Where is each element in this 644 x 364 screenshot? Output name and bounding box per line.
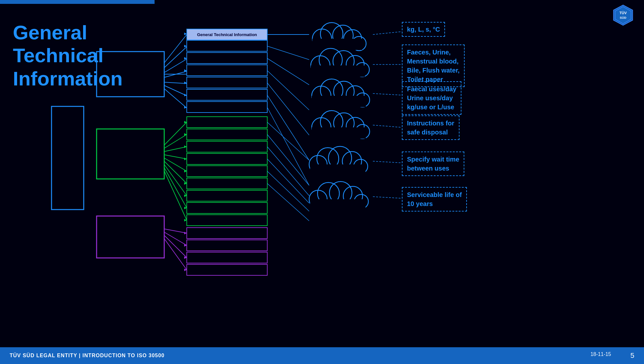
svg-point-96 [312,86,331,105]
svg-marker-0 [613,5,633,25]
svg-point-99 [346,86,364,104]
svg-rect-27 [187,153,267,164]
svg-rect-44 [187,252,267,263]
svg-line-77 [267,122,309,160]
svg-marker-61 [184,170,187,172]
svg-rect-113 [310,164,365,177]
svg-rect-26 [187,141,267,152]
svg-point-105 [346,117,364,135]
svg-point-111 [342,152,362,171]
info-box-3: Faecal uses/dayUrine uses/daykg/use or L… [402,81,461,115]
top-accent-bar [0,0,155,4]
svg-line-124 [373,161,402,163]
svg-marker-67 [184,244,187,247]
footer-date: 18-11-15 [591,351,611,360]
svg-line-76 [267,107,309,185]
svg-text:TÜV: TÜV [620,11,627,15]
svg-marker-58 [184,133,187,136]
svg-point-103 [320,111,343,133]
svg-point-94 [355,63,369,77]
page-title: General Technical Information [13,21,135,90]
svg-rect-24 [187,117,267,128]
svg-text:SÜD: SÜD [620,16,626,19]
svg-rect-5 [52,106,84,210]
svg-marker-56 [184,106,187,109]
footer-legal-text: TÜV SÜD LEGAL ENTITY | INTRODUCTION TO I… [10,353,165,359]
svg-line-123 [373,125,402,127]
svg-rect-28 [187,166,267,177]
svg-point-106 [355,124,370,139]
svg-line-37 [164,158,187,171]
svg-marker-66 [184,232,187,234]
svg-line-48 [164,235,187,258]
svg-point-92 [333,51,354,72]
svg-line-16 [164,85,187,96]
svg-point-87 [352,36,366,51]
svg-line-122 [373,93,402,95]
svg-rect-119 [310,199,365,212]
svg-line-49 [164,239,187,270]
svg-line-80 [267,159,309,203]
svg-marker-69 [184,269,187,271]
svg-marker-65 [184,219,187,221]
svg-line-75 [267,95,309,160]
svg-rect-45 [187,264,267,275]
svg-rect-101 [312,96,366,107]
svg-marker-60 [184,158,187,160]
info-box-6: Serviceable life of10 years [402,187,467,212]
svg-marker-51 [184,45,187,47]
svg-point-115 [317,182,339,204]
svg-line-36 [164,155,187,159]
svg-line-73 [267,71,309,110]
svg-rect-43 [187,240,267,251]
svg-rect-107 [312,127,366,139]
svg-rect-19 [187,53,267,64]
svg-marker-55 [184,94,187,96]
svg-line-34 [164,134,187,148]
svg-point-109 [317,148,339,170]
svg-rect-32 [187,215,267,226]
svg-marker-54 [184,82,187,84]
svg-point-110 [328,146,352,170]
svg-point-118 [354,194,368,209]
svg-point-116 [329,182,352,204]
svg-line-82 [267,183,309,221]
svg-marker-52 [184,57,187,60]
svg-point-102 [312,118,331,137]
svg-line-38 [164,161,187,183]
svg-rect-31 [187,202,267,213]
svg-line-120 [373,32,402,34]
svg-point-97 [320,79,343,102]
svg-line-40 [164,168,187,208]
svg-line-46 [164,229,187,233]
svg-rect-88 [312,39,362,50]
svg-rect-20 [187,65,267,76]
svg-line-39 [164,164,187,196]
svg-point-83 [312,29,332,48]
svg-line-79 [267,147,309,196]
svg-line-14 [164,71,187,77]
svg-line-125 [373,197,402,198]
svg-line-72 [267,58,309,85]
svg-rect-8 [187,29,267,40]
svg-marker-53 [184,69,187,72]
svg-rect-7 [97,216,164,258]
svg-text:General Technical  Information: General Technical Information [197,32,257,37]
svg-rect-6 [97,129,164,179]
svg-marker-57 [184,121,187,123]
svg-point-93 [346,55,364,74]
info-box-4: Instructions forsafe disposal [402,115,459,140]
svg-marker-63 [184,194,187,197]
svg-marker-59 [184,145,187,148]
svg-rect-95 [311,65,365,77]
svg-marker-62 [184,182,187,185]
svg-line-35 [164,147,187,152]
svg-line-33 [164,122,187,145]
svg-rect-25 [187,129,267,140]
svg-line-17 [164,89,187,108]
info-box-1: kg, L, s, °C [402,22,445,37]
bottom-bar: TÜV SÜD LEGAL ENTITY | INTRODUCTION TO I… [0,347,644,364]
svg-point-100 [355,93,370,107]
svg-line-47 [164,232,187,245]
svg-line-11 [164,34,187,63]
